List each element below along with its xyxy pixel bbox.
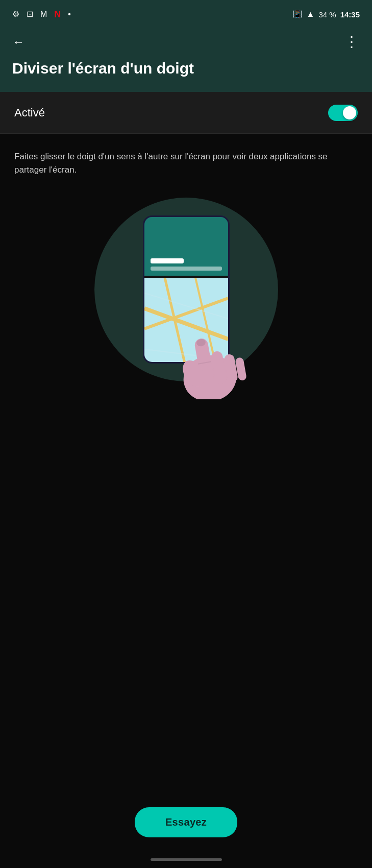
netflix-icon: N <box>54 10 61 19</box>
phone-top-bar1 <box>151 258 184 263</box>
illustration-area <box>0 187 372 381</box>
circle-background <box>94 198 278 381</box>
phone-top-bar2 <box>151 267 222 271</box>
battery-text: 34 % <box>318 10 336 19</box>
hand-container <box>159 297 251 399</box>
toggle-row[interactable]: Activé <box>0 92 372 134</box>
toggle-label: Activé <box>14 106 45 119</box>
settings-icon: ⚙ <box>12 10 19 18</box>
gmail-icon: M <box>40 10 47 18</box>
hand-svg <box>159 297 251 399</box>
back-button[interactable]: ← <box>12 35 24 49</box>
vibrate-icon: 📳 <box>292 10 303 18</box>
clipboard-icon: ⊡ <box>27 10 33 18</box>
time-text: 14:35 <box>340 10 360 19</box>
try-button[interactable]: Essayez <box>135 807 237 837</box>
dot-icon: • <box>68 10 71 18</box>
wifi-icon: ▲ <box>307 10 315 18</box>
description-text: Faites glisser le doigt d'un sens à l'au… <box>14 150 358 177</box>
more-button[interactable]: ⋮ <box>344 38 360 45</box>
status-bar-right: 📳 ▲ 34 % 14:35 <box>292 10 360 19</box>
header-nav: ← ⋮ <box>12 35 360 49</box>
toggle-switch[interactable] <box>328 105 358 121</box>
phone-top-app <box>144 217 228 276</box>
page-title: Diviser l'écran d'un doigt <box>12 59 360 78</box>
home-indicator <box>151 858 222 861</box>
status-bar: ⚙ ⊡ M N • 📳 ▲ 34 % 14:35 <box>0 0 372 29</box>
header: ← ⋮ Diviser l'écran d'un doigt <box>0 29 372 92</box>
status-bar-left: ⚙ ⊡ M N • <box>12 10 71 19</box>
description-section: Faites glisser le doigt d'un sens à l'au… <box>0 134 372 187</box>
try-button-container: Essayez <box>0 807 372 837</box>
phone-illustration <box>143 215 230 364</box>
